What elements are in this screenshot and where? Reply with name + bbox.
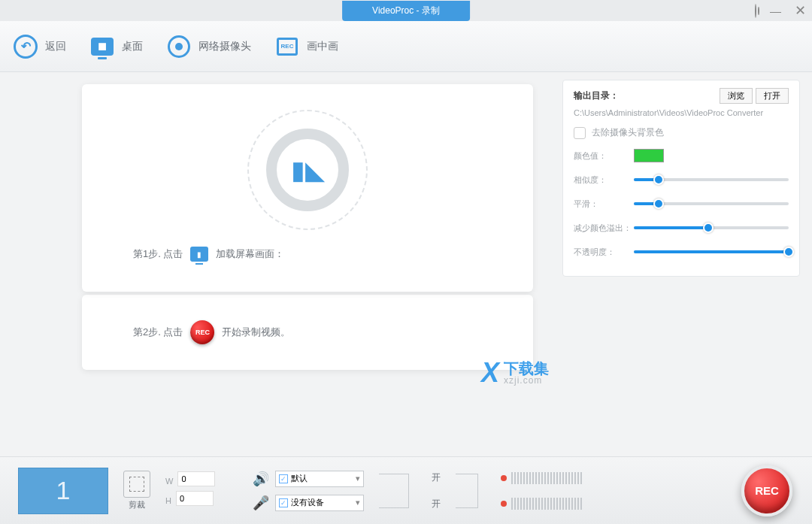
tab-pip[interactable]: REC 画中画: [275, 35, 338, 59]
step2-card: 第2步. 点击 REC 开始录制视频。: [82, 295, 533, 370]
back-arrow-icon: ↶: [14, 35, 38, 59]
output-dir-label: 输出目录：: [574, 89, 717, 102]
step1-suffix: 加载屏幕画面：: [216, 247, 284, 261]
meter-bracket: [456, 474, 493, 508]
webcam-label: 网络摄像头: [198, 40, 251, 53]
mini-desktop-icon[interactable]: ▮: [190, 247, 208, 262]
remove-bg-checkbox[interactable]: [574, 127, 586, 139]
smooth-label: 平滑：: [574, 198, 634, 210]
titlebar: VideoProc - 录制 — ✕: [0, 0, 812, 21]
opacity-label: 不透明度：: [574, 247, 634, 258]
record-button[interactable]: REC: [741, 465, 792, 516]
preview-placeholder: ▮◣: [247, 110, 368, 230]
window-title: VideoProc - 录制: [342, 1, 470, 21]
similarity-label: 相似度：: [574, 174, 634, 186]
speaker-icon: 🔊: [253, 471, 269, 487]
speaker-level-meter: [501, 472, 582, 484]
desktop-icon: ■: [91, 38, 114, 56]
color-swatch[interactable]: [634, 149, 664, 162]
close-icon[interactable]: ✕: [795, 2, 806, 19]
open-button[interactable]: 打开: [756, 88, 789, 104]
toolbar: ↶ 返回 ■ 桌面 网络摄像头 REC 画中画: [0, 21, 812, 72]
audio-bracket: [379, 474, 447, 508]
bottom-bar: 1 剪裁 W H 🔊 ✓默认▾ 🎤 ✓没有设备▾ 开 开 REC: [0, 456, 812, 524]
crop-label: 剪裁: [129, 499, 145, 510]
remove-bg-label: 去除摄像头背景色: [592, 126, 664, 139]
color-value-label: 颜色值：: [574, 150, 634, 162]
dimensions: W H: [165, 471, 215, 510]
width-input[interactable]: [177, 471, 215, 486]
tab-desktop[interactable]: ■ 桌面: [90, 35, 143, 59]
speaker-select[interactable]: ✓默认▾: [275, 471, 364, 487]
back-button[interactable]: ↶ 返回: [14, 35, 66, 59]
spill-label: 减少颜色溢出：: [574, 223, 634, 234]
browse-button[interactable]: 浏览: [720, 88, 753, 104]
desktop-label: 桌面: [122, 40, 143, 53]
minimize-icon[interactable]: —: [770, 5, 781, 17]
pip-icon: REC: [277, 38, 298, 56]
preview-panel: ▮◣ 第1步. 点击 ▮ 加载屏幕画面： 第2步. 点击 REC 开始录制视频。: [0, 72, 562, 448]
step1-card: ▮◣ 第1步. 点击 ▮ 加载屏幕画面：: [82, 84, 533, 292]
webcam-icon: [168, 35, 190, 58]
back-label: 返回: [45, 40, 66, 53]
smooth-slider[interactable]: [634, 202, 789, 205]
pip-label: 画中画: [307, 40, 338, 53]
tab-webcam[interactable]: 网络摄像头: [167, 35, 251, 59]
step2-suffix: 开始录制视频。: [222, 326, 290, 339]
settings-panel: 输出目录： 浏览 打开 C:\Users\Administrator\Video…: [562, 80, 800, 277]
similarity-slider[interactable]: [634, 178, 789, 181]
camera-icon: ▮◣: [291, 155, 325, 185]
spill-slider[interactable]: [634, 226, 789, 229]
mic-icon: 🎤: [253, 495, 269, 511]
source-thumbnail[interactable]: 1: [18, 468, 108, 514]
settings-icon[interactable]: [755, 5, 756, 17]
opacity-slider[interactable]: [634, 250, 789, 253]
step2-prefix: 第2步. 点击: [133, 326, 183, 339]
height-input[interactable]: [176, 491, 214, 506]
step1-prefix: 第1步. 点击: [133, 247, 183, 261]
rec-button-small[interactable]: REC: [190, 320, 214, 344]
mic-select[interactable]: ✓没有设备▾: [275, 495, 364, 511]
mic-level-meter: [501, 498, 582, 510]
output-path: C:\Users\Administrator\Videos\VideoProc …: [574, 108, 789, 117]
crop-button[interactable]: [123, 471, 150, 498]
